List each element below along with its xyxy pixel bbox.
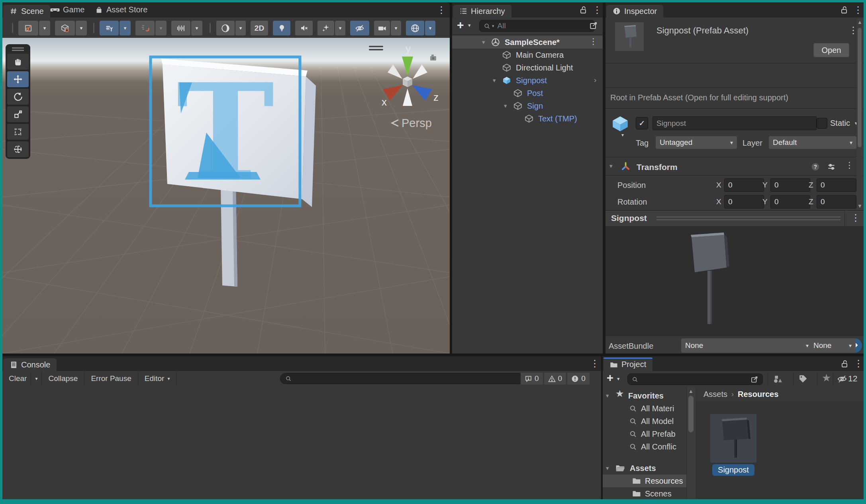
tool-handle-position-button[interactable] [18, 21, 38, 35]
scene-panel-menu-icon[interactable]: ⋮ [437, 5, 446, 15]
favorite-item-all-models[interactable]: All Model [603, 415, 686, 428]
position-x-field[interactable]: 0 [724, 178, 764, 192]
camera-settings-dropdown[interactable]: ▾ [391, 21, 401, 35]
project-content-area[interactable]: Signpost [696, 401, 864, 499]
hidden-count-eye-icon[interactable] [837, 375, 847, 383]
effects-button[interactable] [317, 21, 334, 35]
hierarchy-search-input[interactable]: ▾ All [479, 20, 595, 32]
gizmos-dropdown[interactable]: ▾ [425, 21, 435, 35]
camera-settings-button[interactable] [374, 21, 390, 35]
pick-search-icon[interactable] [750, 375, 758, 383]
scroll-up-icon[interactable]: ▲ [688, 388, 694, 394]
lock-icon[interactable] [840, 359, 849, 368]
scene-row-menu-icon[interactable]: ⋮ [589, 37, 598, 45]
lock-icon[interactable] [579, 6, 588, 14]
scroll-down-icon[interactable]: ▼ [857, 203, 862, 209]
snap-button[interactable] [135, 21, 155, 35]
tool-handle-rotation-button[interactable] [55, 21, 75, 35]
snap-increment-dropdown[interactable]: ▾ [191, 21, 202, 35]
effects-dropdown[interactable]: ▾ [335, 21, 345, 35]
transform-foldout-icon[interactable]: ▾ [609, 162, 613, 170]
transform-tool[interactable] [7, 141, 29, 157]
move-tool[interactable] [7, 71, 29, 87]
breadcrumb-current[interactable]: Resources [738, 390, 778, 399]
static-checkbox[interactable] [817, 118, 827, 129]
error-pause-button[interactable]: Error Pause [84, 371, 138, 386]
foldout-icon[interactable]: ▾ [606, 392, 609, 399]
hierarchy-row-text-tmp[interactable]: Text (TMP) [452, 112, 603, 125]
add-object-dropdown-icon[interactable]: ▾ [468, 22, 471, 28]
asset-thumbnail-signpost[interactable] [710, 414, 756, 463]
rotate-tool[interactable] [7, 89, 29, 105]
info-count-toggle[interactable]: 0 [521, 373, 543, 385]
add-asset-dropdown-icon[interactable]: ▾ [617, 376, 620, 382]
search-by-label-icon[interactable] [799, 375, 807, 383]
scroll-up-icon[interactable]: ▲ [857, 19, 862, 25]
breadcrumb-root[interactable]: Assets [703, 390, 727, 399]
snap-increment-button[interactable] [171, 21, 190, 35]
prefab-icon-dropdown[interactable]: ▾ [621, 132, 624, 138]
error-count-toggle[interactable]: 0 [567, 373, 590, 385]
2d-mode-button[interactable]: 2D [251, 21, 268, 35]
rotation-y-field[interactable]: 0 [770, 195, 810, 209]
name-field[interactable]: Signpost [652, 116, 817, 130]
preview-menu-icon[interactable]: ⋮ [851, 213, 860, 223]
editor-dropdown[interactable]: Editor▾ [138, 371, 177, 386]
grid-visibility-dropdown[interactable]: ▾ [120, 21, 131, 35]
asset-label-pill[interactable]: Signpost [712, 464, 754, 476]
lock-icon[interactable] [840, 6, 848, 14]
tab-asset-store[interactable]: Asset Store [95, 5, 147, 14]
console-menu-icon[interactable]: ⋮ [590, 359, 600, 368]
tab-inspector[interactable]: Inspector [606, 5, 663, 18]
tool-handle-rotation-dropdown[interactable]: ▾ [76, 21, 87, 35]
folder-row-resources[interactable]: Resources [603, 475, 686, 487]
view-hand-tool[interactable] [7, 54, 29, 70]
hierarchy-row-post[interactable]: Post [452, 87, 603, 100]
hierarchy-row-samplescene[interactable]: ▾ SampleScene* ⋮ [452, 36, 603, 49]
scene-audio-button[interactable] [295, 21, 313, 35]
scene-visibility-button[interactable] [350, 21, 369, 35]
pick-object-icon[interactable] [589, 21, 598, 30]
preview-viewport[interactable] [605, 226, 864, 336]
project-search-input[interactable] [627, 373, 763, 385]
draw-mode-dropdown[interactable]: ▾ [235, 21, 246, 35]
hierarchy-row-signpost[interactable]: ▾ Signpost › [452, 74, 603, 87]
favorites-star-icon[interactable]: ★ [822, 372, 831, 384]
tab-hierarchy[interactable]: Hierarchy [453, 5, 511, 18]
scrollbar-thumb[interactable] [688, 396, 694, 432]
assetbundle-dropdown[interactable]: None▾ [681, 338, 813, 353]
add-asset-button[interactable]: + [607, 371, 613, 385]
help-icon[interactable] [811, 162, 820, 171]
tab-console[interactable]: Console [3, 358, 57, 371]
favorite-item-all-materials[interactable]: All Materi [603, 402, 686, 415]
hierarchy-row-directional-light[interactable]: Directional Light [452, 61, 603, 74]
hierarchy-row-sign[interactable]: ▾ Sign [452, 100, 603, 112]
preview-header[interactable]: Signpost ⋮ [605, 210, 864, 227]
prefab-open-arrow-icon[interactable]: › [594, 76, 596, 84]
search-by-type-icon[interactable] [773, 374, 783, 384]
clear-dropdown[interactable]: ▾ [31, 371, 42, 386]
console-log-area[interactable] [2, 386, 601, 499]
rotation-z-field[interactable]: 0 [817, 195, 856, 209]
scrollbar-thumb[interactable] [858, 28, 862, 147]
foldout-icon[interactable]: ▾ [606, 465, 609, 472]
rotation-x-field[interactable]: 0 [724, 195, 764, 209]
grid-visibility-button[interactable] [100, 21, 119, 35]
favorite-item-all-prefabs[interactable]: All Prefab [603, 428, 686, 440]
gizmos-button[interactable] [406, 21, 424, 35]
layer-dropdown[interactable]: Default▾ [769, 136, 856, 149]
position-z-field[interactable]: 0 [817, 178, 856, 192]
favorite-item-all-conflicts[interactable]: All Conflic [603, 440, 686, 453]
tab-project[interactable]: Project [603, 357, 652, 371]
palette-drag-handle[interactable] [12, 47, 24, 49]
position-y-field[interactable]: 0 [770, 178, 810, 192]
inspector-menu-icon[interactable]: ⋮ [853, 5, 863, 15]
project-menu-icon[interactable]: ⋮ [854, 359, 863, 368]
scene-lighting-button[interactable] [273, 21, 290, 35]
warning-count-toggle[interactable]: 0 [544, 373, 566, 385]
foldout-icon[interactable]: ▾ [504, 102, 507, 109]
console-search-input[interactable] [280, 373, 525, 384]
scene-viewport[interactable]: T y x z [2, 38, 450, 354]
foldout-icon[interactable]: ▾ [493, 77, 496, 84]
clear-button[interactable]: Clear [2, 371, 31, 386]
